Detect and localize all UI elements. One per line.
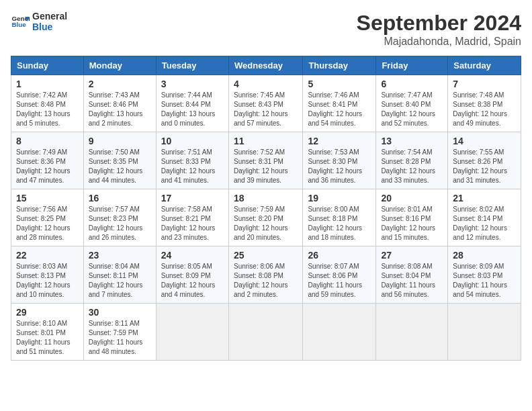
calendar-cell: 19Sunrise: 8:00 AM Sunset: 8:18 PM Dayli…: [303, 189, 376, 246]
calendar-cell: 15Sunrise: 7:56 AM Sunset: 8:25 PM Dayli…: [11, 189, 84, 246]
calendar-cell: 3Sunrise: 7:44 AM Sunset: 8:44 PM Daylig…: [156, 75, 228, 132]
calendar-header-row: SundayMondayTuesdayWednesdayThursdayFrid…: [11, 56, 521, 75]
day-info: Sunrise: 7:53 AM Sunset: 8:30 PM Dayligh…: [308, 148, 371, 185]
day-number: 27: [381, 250, 443, 261]
day-number: 22: [16, 250, 79, 261]
calendar-cell: 8Sunrise: 7:49 AM Sunset: 8:36 PM Daylig…: [11, 132, 84, 189]
calendar-cell: 11Sunrise: 7:52 AM Sunset: 8:31 PM Dayli…: [228, 132, 302, 189]
calendar-week-row: 15Sunrise: 7:56 AM Sunset: 8:25 PM Dayli…: [11, 189, 521, 246]
day-number: 26: [308, 250, 371, 261]
day-number: 7: [453, 79, 516, 89]
day-number: 28: [453, 250, 516, 261]
month-title: September 2024: [357, 11, 521, 36]
day-number: 19: [308, 193, 371, 203]
day-number: 10: [161, 136, 224, 146]
calendar-cell: 12Sunrise: 7:53 AM Sunset: 8:30 PM Dayli…: [303, 132, 376, 189]
day-info: Sunrise: 7:43 AM Sunset: 8:46 PM Dayligh…: [89, 91, 151, 128]
calendar-cell: 18Sunrise: 7:59 AM Sunset: 8:20 PM Dayli…: [228, 189, 302, 246]
day-info: Sunrise: 7:55 AM Sunset: 8:26 PM Dayligh…: [453, 148, 516, 185]
day-info: Sunrise: 7:49 AM Sunset: 8:36 PM Dayligh…: [16, 148, 79, 185]
day-info: Sunrise: 8:06 AM Sunset: 8:08 PM Dayligh…: [234, 262, 298, 300]
calendar-cell: 22Sunrise: 8:03 AM Sunset: 8:13 PM Dayli…: [11, 246, 84, 304]
day-number: 29: [16, 307, 79, 318]
day-number: 14: [453, 136, 516, 146]
day-info: Sunrise: 7:47 AM Sunset: 8:40 PM Dayligh…: [381, 91, 443, 128]
calendar-body: 1Sunrise: 7:42 AM Sunset: 8:48 PM Daylig…: [11, 75, 521, 361]
title-section: September 2024 Majadahonda, Madrid, Spai…: [357, 11, 521, 48]
day-number: 2: [89, 79, 151, 89]
day-number: 1: [16, 79, 79, 89]
day-info: Sunrise: 8:11 AM Sunset: 7:59 PM Dayligh…: [89, 319, 151, 357]
day-number: 11: [234, 136, 298, 146]
day-info: Sunrise: 8:09 AM Sunset: 8:03 PM Dayligh…: [453, 262, 516, 300]
day-info: Sunrise: 7:59 AM Sunset: 8:20 PM Dayligh…: [234, 205, 298, 242]
day-number: 4: [234, 79, 298, 89]
day-number: 3: [161, 79, 224, 89]
svg-text:Blue: Blue: [11, 21, 26, 28]
calendar-cell: 21Sunrise: 8:02 AM Sunset: 8:14 PM Dayli…: [448, 189, 521, 246]
calendar-cell: 17Sunrise: 7:58 AM Sunset: 8:21 PM Dayli…: [156, 189, 228, 246]
calendar-week-row: 22Sunrise: 8:03 AM Sunset: 8:13 PM Dayli…: [11, 246, 521, 304]
day-number: 17: [161, 193, 224, 203]
calendar-cell: 2Sunrise: 7:43 AM Sunset: 8:46 PM Daylig…: [83, 75, 156, 132]
calendar-cell: 16Sunrise: 7:57 AM Sunset: 8:23 PM Dayli…: [83, 189, 156, 246]
day-info: Sunrise: 7:57 AM Sunset: 8:23 PM Dayligh…: [89, 205, 151, 242]
day-number: 23: [89, 250, 151, 261]
logo-general: General: [32, 11, 67, 21]
logo-blue: Blue: [32, 21, 67, 32]
calendar-table: SundayMondayTuesdayWednesdayThursdayFrid…: [11, 56, 521, 361]
calendar-cell: 27Sunrise: 8:08 AM Sunset: 8:04 PM Dayli…: [376, 246, 448, 304]
day-info: Sunrise: 7:52 AM Sunset: 8:31 PM Dayligh…: [234, 148, 298, 185]
calendar-cell: [156, 304, 228, 361]
day-number: 21: [453, 193, 516, 203]
column-header-friday: Friday: [376, 56, 448, 75]
calendar-cell: 29Sunrise: 8:10 AM Sunset: 8:01 PM Dayli…: [11, 304, 84, 361]
calendar-cell: 14Sunrise: 7:55 AM Sunset: 8:26 PM Dayli…: [448, 132, 521, 189]
column-header-tuesday: Tuesday: [156, 56, 228, 75]
calendar-cell: [376, 304, 448, 361]
day-info: Sunrise: 8:03 AM Sunset: 8:13 PM Dayligh…: [16, 262, 79, 300]
calendar-week-row: 29Sunrise: 8:10 AM Sunset: 8:01 PM Dayli…: [11, 304, 521, 361]
calendar-cell: 20Sunrise: 8:01 AM Sunset: 8:16 PM Dayli…: [376, 189, 448, 246]
day-number: 30: [89, 307, 151, 318]
column-header-saturday: Saturday: [448, 56, 521, 75]
day-number: 16: [89, 193, 151, 203]
day-number: 13: [381, 136, 443, 146]
calendar-cell: 28Sunrise: 8:09 AM Sunset: 8:03 PM Dayli…: [448, 246, 521, 304]
day-number: 8: [16, 136, 79, 146]
calendar-cell: 23Sunrise: 8:04 AM Sunset: 8:11 PM Dayli…: [83, 246, 156, 304]
calendar-cell: 6Sunrise: 7:47 AM Sunset: 8:40 PM Daylig…: [376, 75, 448, 132]
day-number: 15: [16, 193, 79, 203]
column-header-sunday: Sunday: [11, 56, 84, 75]
day-number: 24: [161, 250, 224, 261]
column-header-monday: Monday: [83, 56, 156, 75]
calendar-cell: 30Sunrise: 8:11 AM Sunset: 7:59 PM Dayli…: [83, 304, 156, 361]
day-number: 6: [381, 79, 443, 89]
calendar-cell: 13Sunrise: 7:54 AM Sunset: 8:28 PM Dayli…: [376, 132, 448, 189]
column-header-thursday: Thursday: [303, 56, 376, 75]
day-info: Sunrise: 7:45 AM Sunset: 8:43 PM Dayligh…: [234, 91, 298, 128]
day-info: Sunrise: 8:05 AM Sunset: 8:09 PM Dayligh…: [161, 262, 224, 300]
calendar-week-row: 8Sunrise: 7:49 AM Sunset: 8:36 PM Daylig…: [11, 132, 521, 189]
logo: General Blue General Blue: [11, 11, 67, 32]
calendar-cell: 7Sunrise: 7:48 AM Sunset: 8:38 PM Daylig…: [448, 75, 521, 132]
calendar-cell: 25Sunrise: 8:06 AM Sunset: 8:08 PM Dayli…: [228, 246, 302, 304]
day-info: Sunrise: 8:01 AM Sunset: 8:16 PM Dayligh…: [381, 205, 443, 242]
day-number: 9: [89, 136, 151, 146]
calendar-cell: [448, 304, 521, 361]
calendar-cell: 1Sunrise: 7:42 AM Sunset: 8:48 PM Daylig…: [11, 75, 84, 132]
day-number: 25: [234, 250, 298, 261]
day-number: 12: [308, 136, 371, 146]
day-info: Sunrise: 7:54 AM Sunset: 8:28 PM Dayligh…: [381, 148, 443, 185]
day-info: Sunrise: 7:50 AM Sunset: 8:35 PM Dayligh…: [89, 148, 151, 185]
calendar-cell: 10Sunrise: 7:51 AM Sunset: 8:33 PM Dayli…: [156, 132, 228, 189]
logo-icon: General Blue: [11, 12, 30, 31]
day-info: Sunrise: 8:10 AM Sunset: 8:01 PM Dayligh…: [16, 319, 79, 357]
day-number: 5: [308, 79, 371, 89]
day-info: Sunrise: 8:02 AM Sunset: 8:14 PM Dayligh…: [453, 205, 516, 242]
calendar-cell: 26Sunrise: 8:07 AM Sunset: 8:06 PM Dayli…: [303, 246, 376, 304]
calendar-cell: 24Sunrise: 8:05 AM Sunset: 8:09 PM Dayli…: [156, 246, 228, 304]
day-number: 20: [381, 193, 443, 203]
location: Majadahonda, Madrid, Spain: [357, 36, 521, 48]
day-info: Sunrise: 7:51 AM Sunset: 8:33 PM Dayligh…: [161, 148, 224, 185]
